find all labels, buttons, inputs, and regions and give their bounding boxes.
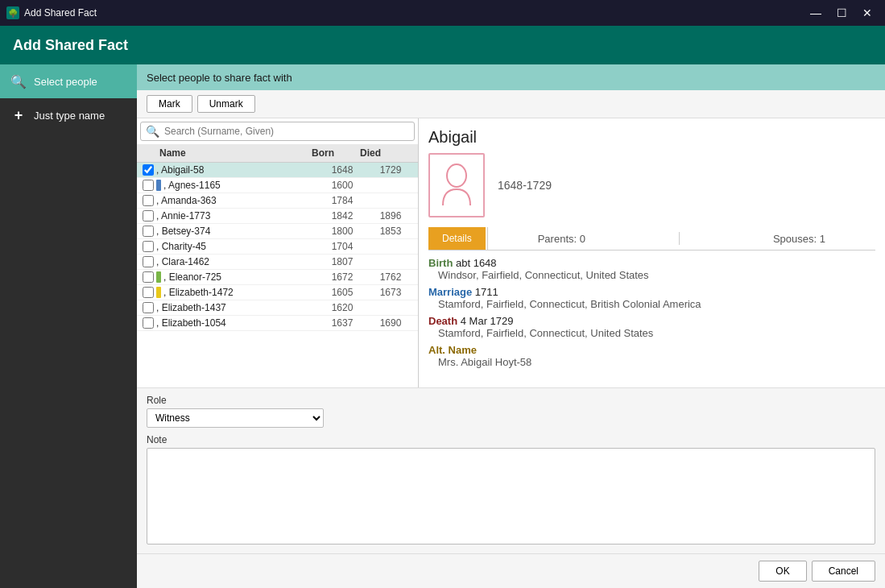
birth-label: Birth [428, 257, 453, 269]
minimize-button[interactable]: — [804, 5, 827, 21]
table-row[interactable]: , Betsey-37418001853 [137, 224, 418, 239]
table-row[interactable]: , Elizabeth-147216051673 [137, 285, 418, 300]
row-name: , Betsey-374 [156, 226, 318, 237]
row-name: , Charity-45 [156, 241, 318, 252]
row-name: , Elizabeth-1472 [156, 287, 318, 298]
death-value: 4 Mar 1729 [461, 315, 514, 327]
mark-button[interactable]: Mark [147, 95, 192, 113]
detail-tabs-row: Details Parents: 0 Spouses: 1 [428, 227, 875, 251]
row-checkbox[interactable] [143, 302, 154, 313]
fact-birth: Birth abt 1648 Windsor, Fairfield, Conne… [428, 257, 875, 281]
row-born: 1784 [318, 195, 366, 206]
unmark-button[interactable]: Unmark [197, 95, 255, 113]
close-button[interactable]: ✕ [856, 5, 879, 21]
detail-facts: Birth abt 1648 Windsor, Fairfield, Conne… [428, 257, 875, 373]
table-row[interactable]: , Amanda-3631784 [137, 193, 418, 209]
fact-death: Death 4 Mar 1729 Stamford, Fairfield, Co… [428, 315, 875, 339]
sidebar-item-type-name[interactable]: + Just type name [0, 98, 137, 132]
row-died: 1690 [366, 317, 415, 329]
table-row[interactable]: , Abigail-5816481729 [137, 163, 418, 178]
note-label: Note [147, 434, 875, 445]
detail-panel: Abigail 1648-1729 Details Parents: 0 [419, 118, 885, 387]
row-born: 1704 [318, 241, 366, 252]
table-row[interactable]: , Eleanor-72516721762 [137, 270, 418, 285]
panel-header-text: Select people to share fact with [147, 72, 292, 84]
row-name: , Annie-1773 [156, 210, 318, 222]
row-died: 1673 [366, 287, 415, 298]
content-area: 🔍 Name Born Died , Abigail-5816481729, A… [137, 118, 885, 387]
row-checkbox[interactable] [143, 256, 154, 267]
ok-button[interactable]: OK [759, 561, 806, 582]
footer: OK Cancel [137, 553, 885, 588]
row-checkbox[interactable] [143, 180, 154, 191]
row-checkbox[interactable] [143, 287, 154, 298]
search-wrapper: 🔍 [140, 122, 415, 141]
row-checkbox[interactable] [143, 271, 154, 283]
row-checkbox[interactable] [143, 210, 154, 222]
table-row[interactable]: , Elizabeth-14371620 [137, 300, 418, 316]
row-born: 1605 [318, 287, 366, 298]
table-row[interactable]: , Elizabeth-105416371690 [137, 316, 418, 331]
row-died: 1853 [366, 226, 415, 237]
col-born: Born [308, 147, 357, 159]
detail-name: Abigail [428, 128, 875, 147]
cancel-button[interactable]: Cancel [812, 561, 875, 582]
detail-years: 1648-1729 [498, 179, 552, 192]
row-name: , Amanda-363 [156, 195, 318, 206]
row-born: 1807 [318, 256, 366, 267]
table-row[interactable]: , Agnes-11651600 [137, 178, 418, 193]
right-panel: Select people to share fact with Mark Un… [137, 64, 885, 588]
death-detail: Stamford, Fairfield, Connecticut, United… [428, 327, 875, 339]
row-born: 1600 [318, 180, 366, 191]
row-died: 1729 [366, 164, 415, 176]
parents-label: Parents: 0 [538, 233, 585, 245]
row-indicator [156, 180, 161, 191]
sidebar-item-label-select: Select people [34, 76, 97, 88]
birth-value: abt 1648 [456, 257, 497, 269]
app-icon: 🌳 [6, 6, 19, 19]
marriage-value: 1711 [475, 286, 498, 298]
role-select[interactable]: Witness Informant Principal Other [147, 408, 324, 428]
sidebar-item-select-people[interactable]: 🔍 Select people [0, 64, 137, 98]
maximize-button[interactable]: ☐ [830, 5, 853, 21]
row-born: 1620 [318, 302, 366, 313]
fact-altname: Alt. Name Mrs. Abigail Hoyt-58 [428, 344, 875, 368]
row-died: 1762 [366, 271, 415, 283]
altname-detail: Mrs. Abigail Hoyt-58 [428, 356, 875, 368]
table-header: Name Born Died [137, 144, 418, 163]
col-check [140, 147, 156, 159]
people-table: Name Born Died , Abigail-5816481729, Agn… [137, 144, 418, 387]
note-textarea[interactable] [147, 448, 875, 545]
col-died: Died [357, 147, 405, 159]
row-checkbox[interactable] [143, 226, 154, 237]
row-born: 1672 [318, 271, 366, 283]
row-name: , Eleanor-725 [156, 271, 318, 283]
row-name: , Elizabeth-1437 [156, 302, 318, 313]
table-row[interactable]: , Charity-451704 [137, 239, 418, 255]
row-checkbox[interactable] [143, 195, 154, 206]
altname-label: Alt. Name [428, 344, 477, 356]
title-bar: 🌳 Add Shared Fact — ☐ ✕ [0, 0, 885, 26]
search-input[interactable] [164, 126, 409, 137]
search-icon: 🔍 [10, 72, 27, 90]
row-born: 1842 [318, 210, 366, 222]
app-header-title: Add Shared Fact [13, 37, 128, 54]
row-checkbox[interactable] [143, 317, 154, 329]
birth-detail: Windsor, Fairfield, Connecticut, United … [428, 269, 875, 281]
row-checkbox[interactable] [143, 164, 154, 176]
table-rows-container: , Abigail-5816481729, Agnes-11651600, Am… [137, 163, 418, 331]
row-name: , Elizabeth-1054 [156, 317, 318, 329]
bottom-section: Role Witness Informant Principal Other N… [137, 387, 885, 553]
row-checkbox[interactable] [143, 241, 154, 252]
row-indicator [156, 271, 161, 283]
tab-details[interactable]: Details [428, 227, 486, 250]
row-born: 1637 [318, 317, 366, 329]
sidebar-item-label-type: Just type name [34, 110, 105, 122]
avatar [428, 153, 485, 217]
row-born: 1648 [318, 164, 366, 176]
table-row[interactable]: , Clara-14621807 [137, 255, 418, 270]
add-icon: + [10, 106, 27, 124]
table-row[interactable]: , Annie-177318421896 [137, 209, 418, 224]
row-died: 1896 [366, 210, 415, 222]
row-indicator [156, 287, 161, 298]
